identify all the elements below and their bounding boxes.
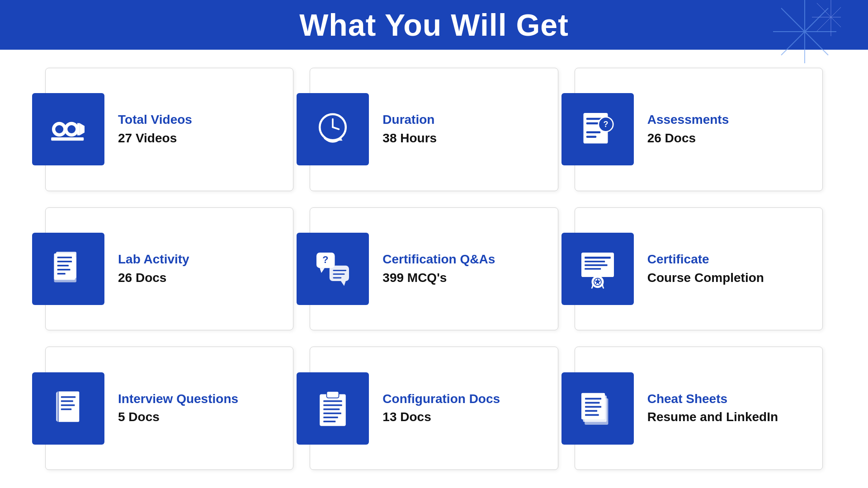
cheat-sheets-label: Cheat Sheets	[647, 391, 778, 407]
svg-rect-68	[324, 413, 342, 414]
duration-label: Duration	[382, 112, 437, 127]
cheat-sheets-icon	[561, 372, 634, 445]
svg-rect-78	[585, 414, 599, 416]
svg-rect-25	[586, 136, 596, 138]
svg-rect-42	[330, 266, 349, 281]
certificate-label: Certificate	[647, 252, 764, 267]
svg-rect-38	[57, 273, 66, 275]
svg-rect-51	[585, 268, 601, 270]
card-assessments: ? Assessments26 Docs	[575, 68, 823, 191]
duration-icon	[297, 93, 369, 165]
svg-point-11	[67, 125, 75, 133]
header-title: What You Will Get	[299, 7, 569, 42]
configuration-docs-value: 13 Docs	[382, 409, 500, 425]
cheat-sheets-value: Resume and LinkedIn	[647, 409, 778, 425]
svg-rect-64	[327, 391, 339, 398]
svg-rect-75	[585, 402, 599, 404]
certificate-icon	[561, 233, 634, 305]
svg-rect-21	[586, 122, 598, 125]
svg-rect-65	[324, 400, 342, 402]
configuration-docs-icon	[297, 372, 369, 445]
svg-rect-61	[61, 404, 75, 406]
certification-qas-value: 399 MCQ's	[382, 270, 495, 286]
svg-rect-49	[585, 261, 605, 263]
lab-activity-label: Lab Activity	[118, 252, 189, 267]
svg-marker-13	[80, 123, 85, 136]
svg-rect-62	[61, 408, 71, 410]
svg-marker-43	[341, 281, 346, 286]
svg-rect-76	[585, 406, 601, 408]
svg-rect-59	[61, 396, 75, 398]
card-interview-questions: Interview Questions5 Docs	[45, 347, 293, 470]
star-decoration-icon	[769, 0, 841, 68]
cards-grid: Total Videos27 Videos Duration38 Hours ?…	[0, 50, 868, 488]
svg-rect-67	[324, 408, 340, 410]
certification-qas-label: Certification Q&As	[382, 252, 495, 267]
svg-point-9	[55, 125, 63, 133]
svg-rect-12	[77, 123, 80, 136]
svg-rect-36	[57, 265, 69, 267]
svg-rect-66	[324, 404, 342, 406]
svg-rect-34	[57, 257, 72, 258]
svg-text:?: ?	[603, 120, 608, 129]
card-configuration-docs: Configuration Docs13 Docs	[310, 347, 558, 470]
lab-activity-icon	[32, 233, 104, 305]
svg-rect-70	[324, 421, 336, 422]
svg-text:?: ?	[323, 254, 329, 265]
card-duration: Duration38 Hours	[310, 68, 558, 191]
certification-qas-icon: ?	[297, 233, 369, 305]
header: What You Will Get	[0, 0, 868, 50]
assessments-value: 26 Docs	[647, 130, 729, 146]
svg-rect-74	[585, 398, 601, 399]
card-certificate: CertificateCourse Completion	[575, 207, 823, 331]
lab-activity-value: 26 Docs	[118, 270, 189, 286]
svg-rect-24	[586, 131, 600, 134]
total-videos-icon	[32, 93, 104, 165]
svg-rect-55	[58, 391, 80, 422]
card-cheat-sheets: Cheat SheetsResume and LinkedIn	[575, 347, 823, 470]
total-videos-value: 27 Videos	[118, 130, 192, 146]
total-videos-label: Total Videos	[118, 112, 192, 127]
interview-questions-icon	[32, 372, 104, 445]
svg-marker-40	[320, 268, 325, 273]
svg-rect-77	[585, 410, 597, 412]
certificate-value: Course Completion	[647, 270, 764, 286]
configuration-docs-label: Configuration Docs	[382, 391, 500, 407]
duration-value: 38 Hours	[382, 130, 437, 146]
svg-line-17	[333, 127, 339, 130]
assessments-label: Assessments	[647, 112, 729, 127]
card-total-videos: Total Videos27 Videos	[45, 68, 293, 191]
assessments-icon: ?	[561, 93, 634, 165]
svg-rect-48	[585, 257, 611, 259]
svg-rect-37	[57, 269, 71, 271]
interview-questions-value: 5 Docs	[118, 409, 238, 425]
card-lab-activity: Lab Activity26 Docs	[45, 207, 293, 331]
card-certification-qas: ? Certification Q&As399 MCQ's	[310, 207, 558, 331]
svg-rect-50	[585, 264, 607, 266]
svg-rect-14	[51, 137, 84, 141]
svg-rect-35	[57, 261, 72, 263]
svg-rect-60	[61, 400, 73, 402]
svg-rect-69	[324, 417, 338, 418]
interview-questions-label: Interview Questions	[118, 391, 238, 407]
